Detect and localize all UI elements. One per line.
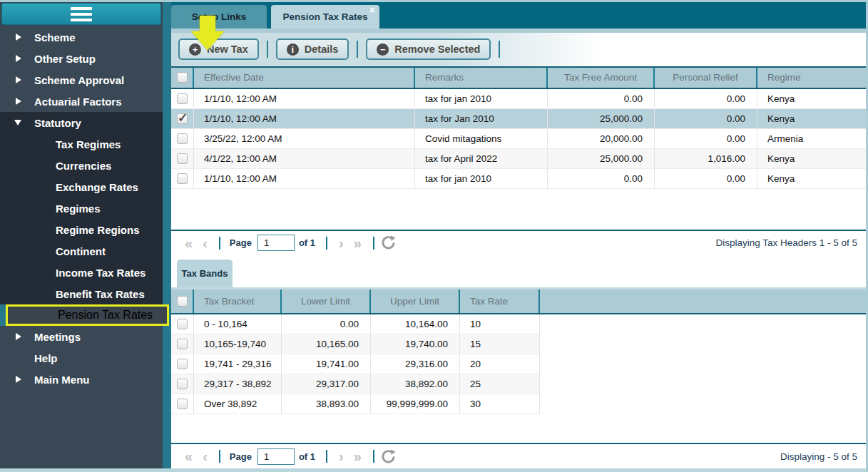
- sidebar-item-label: Other Setup: [34, 53, 96, 65]
- cell-personal-relief: 0.00: [655, 129, 757, 148]
- pagination-divider: [373, 450, 374, 463]
- row-checkbox[interactable]: [177, 399, 188, 409]
- cell-lower-limit: 29,317.00: [282, 374, 371, 394]
- page-of-label: of 1: [299, 451, 315, 462]
- sidebar-item-scheme-approval[interactable]: Scheme Approval: [0, 69, 163, 91]
- sidebar-item-statutory[interactable]: Statutory: [0, 112, 163, 133]
- sidebar-item-regimes[interactable]: Regimes: [0, 197, 163, 219]
- cell-tax-bracket: Over 38,892: [194, 394, 282, 414]
- pagination-divider: [373, 237, 374, 250]
- select-all-checkbox[interactable]: [177, 72, 188, 83]
- prev-page-icon[interactable]: ‹: [198, 236, 213, 250]
- next-page-icon[interactable]: ›: [334, 236, 349, 250]
- column-header-personal-relief[interactable]: Personal Relief: [655, 68, 757, 88]
- sidebar-item-benefit-tax-rates[interactable]: Benefit Tax Rates: [0, 283, 163, 304]
- sidebar-content-divider: [163, 2, 171, 468]
- sidebar-item-regime-regions[interactable]: Regime Regions: [0, 219, 163, 240]
- close-icon[interactable]: ×: [369, 5, 375, 15]
- prev-page-icon[interactable]: ‹: [198, 449, 213, 463]
- column-header-regime[interactable]: Regime: [757, 68, 866, 88]
- chevron-right-icon: [16, 376, 21, 383]
- sidebar-item-label: Meetings: [34, 331, 81, 343]
- cell-lower-limit: 38,893.00: [282, 394, 371, 414]
- sidebar-item-label: Benefit Tax Rates: [56, 288, 145, 300]
- sidebar-item-meetings[interactable]: Meetings: [0, 326, 163, 347]
- chevron-right-icon: [16, 98, 21, 105]
- row-checkbox[interactable]: [177, 93, 188, 104]
- remove-selected-button[interactable]: − Remove Selected: [366, 39, 491, 60]
- last-page-icon[interactable]: »: [349, 449, 367, 463]
- info-icon: i: [287, 43, 299, 56]
- column-header-tax-free-amount[interactable]: Tax Free Amount: [548, 68, 655, 88]
- row-checkbox[interactable]: [177, 133, 188, 144]
- cell-regime: Kenya: [757, 169, 866, 188]
- table-row[interactable]: 10,165-19,740 10,165.00 19,740.00 15: [171, 334, 540, 354]
- select-all-cell: [171, 289, 194, 313]
- table-row[interactable]: 29,317 - 38,892 29,317.00 38,892.00 25: [171, 374, 540, 394]
- tab-tax-bands[interactable]: Tax Bands: [177, 260, 233, 287]
- sidebar-item-other-setup[interactable]: Other Setup: [0, 48, 163, 69]
- sidebar-item-label: Actuarial Factors: [34, 96, 122, 108]
- table-row[interactable]: 4/1/22, 12:00 AM tax for April 2022 25,0…: [171, 149, 866, 169]
- sidebar-item-income-tax-rates[interactable]: Income Tax Rates: [0, 262, 163, 283]
- menu-toggle-button[interactable]: [1, 3, 161, 25]
- table-row-selected[interactable]: 1/1/10, 12:00 AM tax for Jan 2010 25,000…: [171, 109, 866, 129]
- table-row[interactable]: 3/25/22, 12:00 AM Covid mitagations 20,0…: [171, 129, 866, 149]
- hamburger-icon: [71, 7, 92, 21]
- last-page-icon[interactable]: »: [349, 236, 367, 250]
- column-header-lower-limit[interactable]: Lower Limit: [282, 289, 371, 313]
- remove-selected-label: Remove Selected: [394, 43, 480, 55]
- sidebar-item-help[interactable]: Help: [0, 347, 163, 369]
- page-label: Page: [230, 237, 252, 248]
- row-checkbox[interactable]: [177, 173, 188, 184]
- column-header-upper-limit[interactable]: Upper Limit: [371, 289, 460, 313]
- row-checkbox[interactable]: [177, 379, 188, 389]
- sidebar-item-currencies[interactable]: Currencies: [0, 155, 163, 176]
- tax-headers-grid-header: Effective Date Remarks Tax Free Amount P…: [171, 66, 866, 89]
- column-header-tax-rate[interactable]: Tax Rate: [460, 289, 540, 313]
- sidebar-item-tax-regimes[interactable]: Tax Regimes: [0, 133, 163, 155]
- sidebar-item-actuarial-factors[interactable]: Actuarial Factors: [0, 91, 163, 112]
- sidebar-item-label: Exchange Rates: [56, 181, 138, 193]
- details-button[interactable]: i Details: [276, 39, 349, 60]
- first-page-icon[interactable]: «: [180, 449, 198, 463]
- toolbar: + New Tax i Details − Remove Selected: [171, 29, 866, 66]
- next-page-icon[interactable]: ›: [334, 449, 349, 463]
- table-row[interactable]: 19,741 - 29,316 19,741.00 29,316.00 20: [171, 354, 540, 374]
- column-header-effective-date[interactable]: Effective Date: [194, 68, 415, 88]
- column-header-tax-bracket[interactable]: Tax Bracket: [194, 289, 282, 313]
- sidebar-item-exchange-rates[interactable]: Exchange Rates: [0, 176, 163, 197]
- sidebar-item-pension-tax-rates[interactable]: Pension Tax Rates: [6, 304, 169, 326]
- cell-tax-rate: 20: [460, 354, 540, 374]
- chevron-right-icon: [16, 55, 21, 62]
- table-row[interactable]: Over 38,892 38,893.00 99,999,999.00 30: [171, 394, 540, 414]
- row-checkbox[interactable]: [177, 153, 188, 164]
- table-row[interactable]: 0 - 10,164 0.00 10,164.00 10: [171, 314, 540, 334]
- row-checkbox[interactable]: [177, 359, 188, 369]
- sidebar-item-continent[interactable]: Continent: [0, 240, 163, 262]
- first-page-icon[interactable]: «: [180, 236, 198, 250]
- refresh-icon[interactable]: [381, 235, 396, 250]
- row-checkbox[interactable]: [177, 339, 188, 349]
- sidebar-item-scheme[interactable]: Scheme: [0, 26, 163, 48]
- page-number-input[interactable]: [257, 448, 295, 465]
- tax-bands-pagination: « ‹ Page of 1 › » Displaying - 5 of 5: [171, 443, 866, 468]
- select-all-checkbox[interactable]: [177, 296, 188, 307]
- tab-pension-tax-rates[interactable]: Pension Tax Rates ×: [271, 5, 379, 29]
- row-checkbox-checked[interactable]: [177, 113, 188, 124]
- page-of-label: of 1: [299, 237, 315, 248]
- table-row[interactable]: 1/1/10, 12:00 AM tax for jan 2010 0.00 0…: [171, 169, 866, 189]
- toolbar-divider: [499, 41, 500, 58]
- cell-tax-bracket: 0 - 10,164: [194, 314, 282, 334]
- column-header-remarks[interactable]: Remarks: [415, 68, 548, 88]
- chevron-right-icon: [16, 333, 21, 340]
- table-row[interactable]: 1/1/10, 12:00 AM tax for jan 2010 0.00 0…: [171, 89, 866, 109]
- refresh-icon[interactable]: [381, 449, 396, 464]
- sidebar-item-main-menu[interactable]: Main Menu: [0, 369, 163, 390]
- page-number-input[interactable]: [257, 235, 295, 251]
- sidebar: Scheme Other Setup Scheme Approval Actua…: [0, 2, 163, 468]
- sidebar-item-label: Income Tax Rates: [56, 267, 145, 279]
- cell-tax-bracket: 29,317 - 38,892: [194, 374, 282, 394]
- row-checkbox[interactable]: [177, 319, 188, 329]
- cell-tax-rate: 25: [460, 374, 540, 394]
